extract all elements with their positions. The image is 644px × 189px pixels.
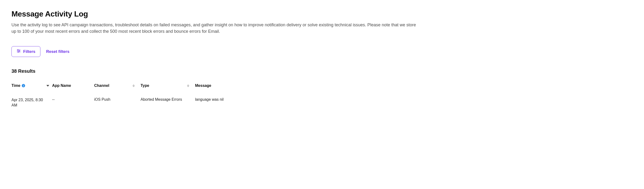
results-count: 38 Results [12,68,632,74]
cell-message: language was nil [195,97,632,102]
column-header-type[interactable]: Type [140,84,195,88]
column-label: Message [195,84,211,88]
reset-filters-link[interactable]: Reset filters [46,49,69,54]
sort-icon[interactable] [132,84,135,87]
filters-icon [16,49,21,54]
column-header-time[interactable]: Time i [12,84,52,88]
page-title: Message Activity Log [12,10,632,19]
info-icon[interactable]: i [22,84,25,87]
cell-app-name: -- [52,97,94,102]
svg-point-5 [18,52,19,52]
table-header: Time i App Name Channel Type Message [12,84,632,94]
sort-desc-icon[interactable] [46,85,49,87]
column-label: Channel [94,84,109,88]
filter-row: Filters Reset filters [12,46,632,57]
sort-icon[interactable] [187,84,189,87]
table-row: Apr 23, 2025, 8:30 AM -- iOS Push Aborte… [12,94,632,112]
svg-point-4 [19,51,20,51]
column-label: Time [12,84,20,88]
cell-channel: iOS Push [94,97,140,102]
column-header-channel[interactable]: Channel [94,84,140,88]
column-header-app-name[interactable]: App Name [52,84,94,88]
page-description: Use the activity log to see API campaign… [12,22,418,35]
cell-time: Apr 23, 2025, 8:30 AM [12,97,52,108]
filters-button-label: Filters [23,49,36,54]
column-label: Type [140,84,149,88]
filters-button[interactable]: Filters [12,46,40,57]
column-label: App Name [52,84,71,88]
cell-type: Aborted Message Errors [140,97,195,102]
column-header-message[interactable]: Message [195,84,632,88]
svg-point-3 [18,50,18,50]
